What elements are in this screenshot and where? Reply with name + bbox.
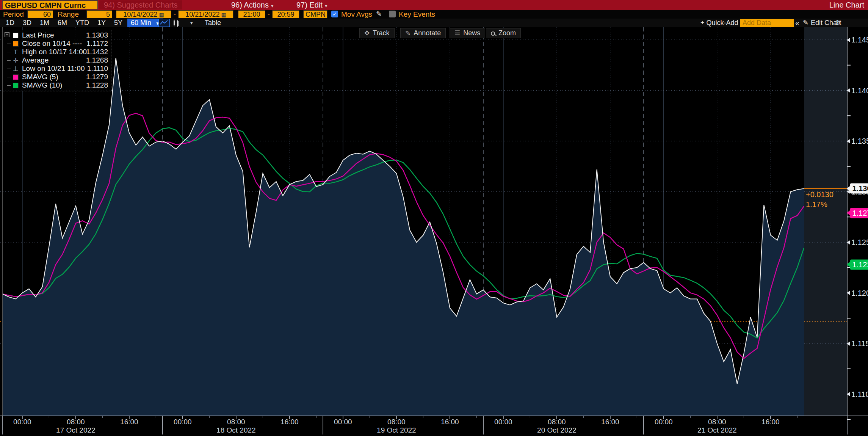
legend-row-3[interactable]: ✛Average1.1268: [3, 56, 111, 64]
chevron-down-icon: ▾: [271, 3, 274, 9]
mov-avgs-checkbox[interactable]: ✓: [331, 11, 338, 17]
range-tab-ytd[interactable]: YTD: [71, 19, 93, 27]
legend-label: Low on 10/21 11:00: [22, 64, 85, 72]
time-axis-label: 08:00: [548, 418, 566, 426]
legend-label: Last Price: [22, 31, 54, 39]
legend-value: 1.1110: [87, 64, 108, 73]
range-tab-1y[interactable]: 1Y: [93, 19, 110, 27]
axis-arrow-icon: [847, 38, 850, 42]
price-axis-label: 1.1400: [851, 86, 868, 95]
date-to-input[interactable]: 10/21/2022▦: [178, 10, 233, 18]
chart-type-label: Line Chart: [829, 0, 864, 9]
chart-type-more-dropdown[interactable]: ▾: [187, 19, 196, 27]
sma10-axis-badge: 1.1228: [850, 259, 868, 270]
legend-marker-icon: ✛: [13, 56, 19, 65]
pencil-icon: ✎: [405, 30, 410, 37]
range-tab-6m[interactable]: 6M: [53, 19, 71, 27]
legend-value: 1.1432: [86, 48, 108, 56]
legend-row-2[interactable]: THigh on 10/17 14:001.1432: [3, 48, 111, 56]
legend-label: Average: [22, 56, 49, 64]
time-axis-label: 08:00: [227, 418, 245, 426]
axis-arrow-icon: [847, 240, 850, 245]
interval-dropdown[interactable]: 60 Min ▼: [127, 19, 163, 27]
mov-avgs-label: Mov Avgs: [341, 10, 372, 18]
price-axis-label: 1.1450: [851, 36, 868, 44]
range-tab-1m[interactable]: 1M: [36, 19, 53, 27]
range-tab-5y[interactable]: 5Y: [110, 19, 127, 27]
date-axis-label: 18 Oct 2022: [216, 426, 256, 434]
price-axis-label: 1.1100: [851, 390, 868, 398]
mov-avgs-edit-icon[interactable]: ✎: [376, 10, 382, 18]
quick-add-dropdown[interactable]: + Quick-Add ▾: [700, 19, 745, 28]
legend-row-4[interactable]: ⊥Low on 10/21 11:001.1110: [3, 64, 111, 73]
legend-tree-stub: [7, 77, 11, 77]
price-axis-label: 1.1150: [851, 339, 868, 348]
title-bar: GBPUSD CMPN Curnc 94) Suggested Charts 9…: [0, 0, 868, 10]
legend-value: 1.1172: [86, 39, 108, 48]
legend-row-5[interactable]: SMAVG (5)1.1279: [3, 73, 111, 81]
range-tabs: 1D3D1M6MYTD1Y5YMax: [2, 19, 148, 27]
price-chart-canvas[interactable]: [0, 0, 868, 436]
zoom-button[interactable]: Zoom: [486, 28, 521, 38]
legend-label: SMAVG (5): [22, 73, 58, 81]
time-axis-label: 16:00: [441, 418, 459, 426]
time-axis-label: 08:00: [387, 418, 406, 426]
legend-label: SMAVG (10): [22, 81, 62, 89]
legend-tree-stub: [7, 44, 11, 44]
time-to-input[interactable]: 20:59: [272, 10, 299, 18]
collapse-panel-button[interactable]: «: [795, 19, 799, 27]
price-axis-label: 1.1350: [851, 137, 868, 146]
pricing-source-button[interactable]: CMPN: [303, 10, 327, 18]
key-events-checkbox[interactable]: [389, 11, 396, 17]
candle-chart-type-button[interactable]: [171, 19, 181, 27]
gear-icon[interactable]: ⚙: [835, 19, 841, 27]
legend-swatch: [13, 83, 19, 88]
change-annotation: +0.0130 1.17%: [806, 190, 834, 209]
edit-menu[interactable]: 97) Edit▾: [293, 0, 331, 9]
actions-menu[interactable]: 96) Actions▾: [227, 0, 277, 9]
legend-marker-icon: T: [13, 48, 19, 56]
axis-arrow-icon: [847, 291, 850, 295]
legend-label: High on 10/17 14:00: [22, 48, 87, 56]
calendar-icon: ▦: [159, 12, 164, 18]
suggested-charts-button[interactable]: 94) Suggested Charts: [99, 0, 182, 9]
legend-tree-stub: [7, 60, 11, 61]
time-axis-label: 16:00: [280, 418, 299, 426]
crosshair-icon: ✥: [364, 30, 370, 37]
legend-tree-stub: [7, 69, 11, 69]
legend-row-1[interactable]: Close on 10/14 ----1.1172: [3, 39, 111, 48]
range-tab-3d[interactable]: 3D: [19, 19, 36, 27]
time-from-input[interactable]: 21:00: [238, 10, 265, 18]
news-button[interactable]: ☰News: [450, 28, 485, 38]
track-button[interactable]: ✥Track: [359, 28, 395, 38]
annotate-button[interactable]: ✎Annotate: [400, 28, 446, 38]
legend-row-0[interactable]: Last Price1.1303: [3, 31, 111, 39]
chevron-down-icon: ▾: [325, 3, 327, 9]
axis-arrow-icon: [847, 139, 850, 143]
ticker-input[interactable]: GBPUSD CMPN Curnc: [2, 0, 98, 9]
legend-tree-stub: [7, 85, 11, 86]
legend-marker-icon: ⊥: [13, 65, 19, 73]
sma5-axis-badge: 1.1279: [850, 208, 868, 218]
add-data-input[interactable]: [740, 19, 794, 27]
date-from-input[interactable]: 10/14/2022▦: [116, 10, 171, 18]
chart-toolbar: 1D3D1M6MYTD1Y5YMax 60 Min ▼ ▾ Table + Qu…: [0, 19, 868, 27]
legend-row-6[interactable]: SMAVG (10)1.1228: [3, 81, 111, 89]
magnifier-icon: [491, 31, 495, 36]
time-axis-label: 00:00: [494, 418, 512, 426]
range-label: Range: [58, 10, 79, 18]
period-input[interactable]: 60: [27, 10, 53, 18]
legend-tree-stub: [7, 52, 11, 52]
table-button[interactable]: Table: [201, 19, 225, 27]
line-chart-icon: [160, 19, 169, 26]
legend-swatch: [13, 41, 19, 47]
date-axis-label: 20 Oct 2022: [537, 426, 577, 434]
last-price-axis-badge: 1.1303: [850, 183, 868, 194]
time-axis-label: 16:00: [120, 418, 138, 426]
range-tab-1d[interactable]: 1D: [2, 19, 19, 27]
date-axis-label: 17 Oct 2022: [56, 426, 96, 434]
line-chart-type-button[interactable]: [158, 19, 170, 27]
legend-swatch: [13, 74, 19, 80]
chart-plot-area[interactable]: [0, 0, 868, 436]
range-input[interactable]: 5: [86, 10, 112, 18]
